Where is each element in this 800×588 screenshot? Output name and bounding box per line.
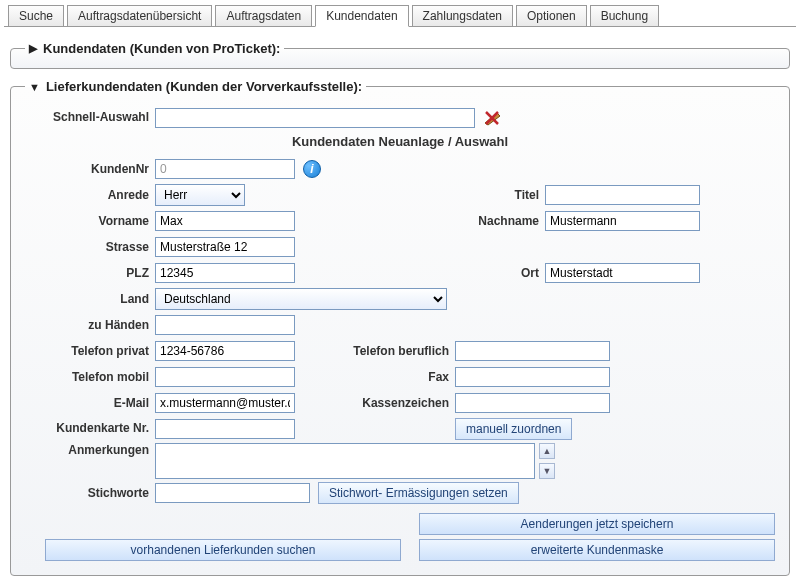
lieferkundendaten-toggle[interactable]: ▼ Lieferkundendaten (Kunden der Vorverka… xyxy=(29,79,362,94)
triangle-right-icon: ▶ xyxy=(29,42,37,55)
section-heading: Kundendaten Neuanlage / Auswahl xyxy=(25,134,775,149)
tab-auftragsdaten[interactable]: Auftragsdaten xyxy=(215,5,312,27)
ort-input[interactable] xyxy=(545,263,700,283)
tab-zahlungsdaten[interactable]: Zahlungsdaten xyxy=(412,5,513,27)
tab-kundendaten[interactable]: Kundendaten xyxy=(315,5,408,27)
triangle-down-icon: ▼ xyxy=(29,81,40,93)
titel-input[interactable] xyxy=(545,185,700,205)
vorname-input[interactable] xyxy=(155,211,295,231)
tab-buchung[interactable]: Buchung xyxy=(590,5,659,27)
zuhaenden-input[interactable] xyxy=(155,315,295,335)
telprivat-label: Telefon privat xyxy=(25,344,155,358)
fax-label: Fax xyxy=(315,370,455,384)
titel-label: Titel xyxy=(425,188,545,202)
info-icon[interactable]: i xyxy=(303,160,321,178)
button-bar: Aenderungen jetzt speichern vorhandenen … xyxy=(45,513,775,561)
anrede-label: Anrede xyxy=(25,188,155,202)
stichworte-input[interactable] xyxy=(155,483,310,503)
plz-input[interactable] xyxy=(155,263,295,283)
kundenkarte-input[interactable] xyxy=(155,419,295,439)
kundendaten-proticket-title: Kundendaten (Kunden von ProTicket): xyxy=(43,41,280,56)
nachname-input[interactable] xyxy=(545,211,700,231)
land-label: Land xyxy=(25,292,155,306)
ort-label: Ort xyxy=(425,266,545,280)
strasse-label: Strasse xyxy=(25,240,155,254)
kundennr-input[interactable] xyxy=(155,159,295,179)
stichwort-ermaessigungen-button[interactable]: Stichwort- Ermässigungen setzen xyxy=(318,482,519,504)
anrede-select[interactable]: Herr xyxy=(155,184,245,206)
manuell-zuordnen-button[interactable]: manuell zuordnen xyxy=(455,418,572,440)
scroll-up-icon[interactable]: ▲ xyxy=(539,443,555,459)
email-label: E-Mail xyxy=(25,396,155,410)
schnellauswahl-label: Schnell-Auswahl xyxy=(25,111,155,124)
anmerkungen-textarea[interactable] xyxy=(155,443,535,479)
tab-content: ▶ Kundendaten (Kunden von ProTicket): ▼ … xyxy=(4,26,796,588)
kundendaten-proticket-toggle[interactable]: ▶ Kundendaten (Kunden von ProTicket): xyxy=(29,41,280,56)
erweiterte-kundenmaske-button[interactable]: erweiterte Kundenmaske xyxy=(419,539,775,561)
strasse-input[interactable] xyxy=(155,237,295,257)
tab-optionen[interactable]: Optionen xyxy=(516,5,587,27)
tab-suche[interactable]: Suche xyxy=(8,5,64,27)
land-select[interactable]: Deutschland xyxy=(155,288,447,310)
anmerkungen-label: Anmerkungen xyxy=(25,443,155,457)
lieferkundendaten-section: ▼ Lieferkundendaten (Kunden der Vorverka… xyxy=(10,79,790,576)
clear-icon[interactable] xyxy=(483,109,503,127)
tabs: Suche Auftragsdatenübersicht Auftragsdat… xyxy=(4,4,796,26)
telmobil-input[interactable] xyxy=(155,367,295,387)
vorname-label: Vorname xyxy=(25,214,155,228)
fax-input[interactable] xyxy=(455,367,610,387)
kassenzeichen-input[interactable] xyxy=(455,393,610,413)
telmobil-label: Telefon mobil xyxy=(25,370,155,384)
kassenzeichen-label: Kassenzeichen xyxy=(315,396,455,410)
kundendaten-proticket-section: ▶ Kundendaten (Kunden von ProTicket): xyxy=(10,41,790,69)
tab-auftragsdatenuebersicht[interactable]: Auftragsdatenübersicht xyxy=(67,5,212,27)
stichworte-label: Stichworte xyxy=(25,486,155,500)
kundenkarte-label: Kundenkarte Nr. xyxy=(25,422,155,435)
email-input[interactable] xyxy=(155,393,295,413)
lieferkundendaten-title: Lieferkundendaten (Kunden der Vorverkauf… xyxy=(46,79,362,94)
telprivat-input[interactable] xyxy=(155,341,295,361)
vorhandenen-lieferkunden-suchen-button[interactable]: vorhandenen Lieferkunden suchen xyxy=(45,539,401,561)
telberuf-label: Telefon beruflich xyxy=(315,344,455,358)
nachname-label: Nachname xyxy=(425,214,545,228)
telberuf-input[interactable] xyxy=(455,341,610,361)
textarea-scrollbar[interactable]: ▲ ▼ xyxy=(539,443,555,479)
plz-label: PLZ xyxy=(25,266,155,280)
scroll-down-icon[interactable]: ▼ xyxy=(539,463,555,479)
zuhaenden-label: zu Händen xyxy=(25,318,155,332)
kundennr-label: KundenNr xyxy=(25,162,155,176)
aenderungen-speichern-button[interactable]: Aenderungen jetzt speichern xyxy=(419,513,775,535)
schnellauswahl-input[interactable] xyxy=(155,108,475,128)
